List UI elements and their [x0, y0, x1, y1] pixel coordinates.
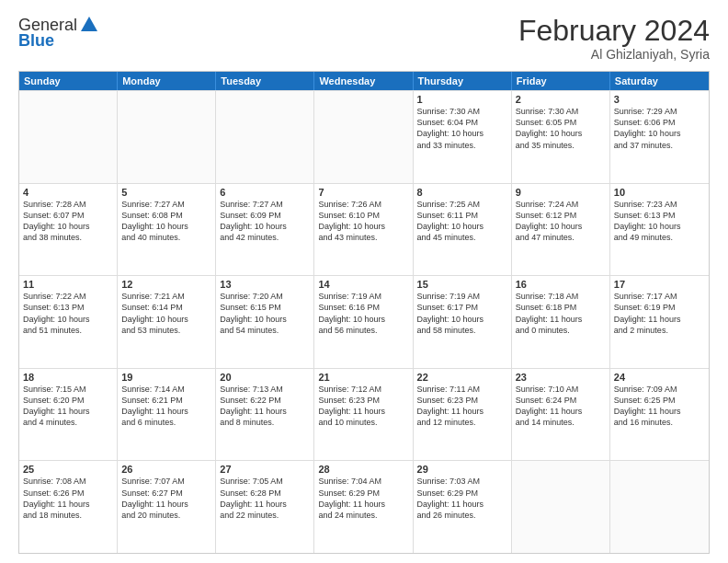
- page: General Blue February 2024 Al Ghizlaniya…: [0, 0, 728, 563]
- day-details: Sunrise: 7:08 AM Sunset: 6:26 PM Dayligh…: [23, 476, 113, 521]
- cal-cell-4-6: 23Sunrise: 7:10 AM Sunset: 6:24 PM Dayli…: [512, 369, 610, 461]
- cal-cell-4-7: 24Sunrise: 7:09 AM Sunset: 6:25 PM Dayli…: [610, 369, 709, 461]
- day-details: Sunrise: 7:27 AM Sunset: 6:08 PM Dayligh…: [121, 199, 211, 244]
- day-number: 15: [417, 279, 507, 290]
- header-tuesday: Tuesday: [216, 72, 314, 90]
- day-details: Sunrise: 7:26 AM Sunset: 6:10 PM Dayligh…: [318, 199, 408, 244]
- cal-cell-3-3: 13Sunrise: 7:20 AM Sunset: 6:15 PM Dayli…: [216, 276, 314, 368]
- day-details: Sunrise: 7:27 AM Sunset: 6:09 PM Dayligh…: [220, 199, 310, 244]
- day-number: 21: [318, 372, 408, 383]
- day-details: Sunrise: 7:14 AM Sunset: 6:21 PM Dayligh…: [121, 384, 211, 429]
- cal-cell-5-5: 29Sunrise: 7:03 AM Sunset: 6:29 PM Dayli…: [414, 461, 512, 553]
- day-number: 9: [516, 187, 606, 198]
- day-details: Sunrise: 7:15 AM Sunset: 6:20 PM Dayligh…: [23, 384, 113, 429]
- header-thursday: Thursday: [414, 72, 512, 90]
- cal-cell-1-6: 2Sunrise: 7:30 AM Sunset: 6:05 PM Daylig…: [512, 91, 610, 183]
- day-details: Sunrise: 7:24 AM Sunset: 6:12 PM Dayligh…: [516, 199, 606, 244]
- day-details: Sunrise: 7:10 AM Sunset: 6:24 PM Dayligh…: [516, 384, 606, 429]
- week-row-4: 18Sunrise: 7:15 AM Sunset: 6:20 PM Dayli…: [19, 368, 709, 461]
- cal-cell-5-2: 26Sunrise: 7:07 AM Sunset: 6:27 PM Dayli…: [118, 461, 216, 553]
- svg-marker-0: [81, 17, 97, 31]
- logo-icon: [79, 15, 99, 35]
- cal-cell-3-4: 14Sunrise: 7:19 AM Sunset: 6:16 PM Dayli…: [314, 276, 413, 368]
- cal-cell-5-7: [610, 461, 709, 553]
- day-number: 16: [516, 279, 606, 290]
- day-details: Sunrise: 7:05 AM Sunset: 6:28 PM Dayligh…: [220, 476, 310, 521]
- header-saturday: Saturday: [610, 72, 709, 90]
- cal-cell-2-1: 4Sunrise: 7:28 AM Sunset: 6:07 PM Daylig…: [19, 184, 118, 276]
- week-row-1: 1Sunrise: 7:30 AM Sunset: 6:04 PM Daylig…: [19, 90, 709, 183]
- day-number: 22: [417, 372, 507, 383]
- header-sunday: Sunday: [19, 72, 118, 90]
- day-number: 2: [516, 94, 606, 105]
- day-details: Sunrise: 7:20 AM Sunset: 6:15 PM Dayligh…: [220, 291, 310, 336]
- cal-cell-2-6: 9Sunrise: 7:24 AM Sunset: 6:12 PM Daylig…: [512, 184, 610, 276]
- cal-cell-1-3: [216, 91, 314, 183]
- day-details: Sunrise: 7:28 AM Sunset: 6:07 PM Dayligh…: [23, 199, 113, 244]
- day-number: 17: [614, 279, 705, 290]
- day-details: Sunrise: 7:22 AM Sunset: 6:13 PM Dayligh…: [23, 291, 113, 336]
- day-number: 14: [318, 279, 408, 290]
- header: General Blue February 2024 Al Ghizlaniya…: [18, 15, 710, 62]
- cal-cell-2-4: 7Sunrise: 7:26 AM Sunset: 6:10 PM Daylig…: [314, 184, 413, 276]
- day-number: 20: [220, 372, 310, 383]
- cal-cell-4-4: 21Sunrise: 7:12 AM Sunset: 6:23 PM Dayli…: [314, 369, 413, 461]
- logo-blue: Blue: [18, 31, 54, 50]
- title-block: February 2024 Al Ghizlaniyah, Syria: [518, 15, 710, 62]
- day-details: Sunrise: 7:11 AM Sunset: 6:23 PM Dayligh…: [417, 384, 507, 429]
- week-row-5: 25Sunrise: 7:08 AM Sunset: 6:26 PM Dayli…: [19, 460, 709, 553]
- day-number: 13: [220, 279, 310, 290]
- day-number: 27: [220, 464, 310, 475]
- cal-cell-2-7: 10Sunrise: 7:23 AM Sunset: 6:13 PM Dayli…: [610, 184, 709, 276]
- cal-cell-5-3: 27Sunrise: 7:05 AM Sunset: 6:28 PM Dayli…: [216, 461, 314, 553]
- cal-cell-1-5: 1Sunrise: 7:30 AM Sunset: 6:04 PM Daylig…: [414, 91, 512, 183]
- cal-cell-4-2: 19Sunrise: 7:14 AM Sunset: 6:21 PM Dayli…: [118, 369, 216, 461]
- day-details: Sunrise: 7:09 AM Sunset: 6:25 PM Dayligh…: [614, 384, 705, 429]
- calendar: Sunday Monday Tuesday Wednesday Thursday…: [18, 71, 710, 554]
- cal-cell-1-1: [19, 91, 118, 183]
- day-number: 18: [23, 372, 113, 383]
- week-row-2: 4Sunrise: 7:28 AM Sunset: 6:07 PM Daylig…: [19, 183, 709, 276]
- cal-cell-3-1: 11Sunrise: 7:22 AM Sunset: 6:13 PM Dayli…: [19, 276, 118, 368]
- day-details: Sunrise: 7:17 AM Sunset: 6:19 PM Dayligh…: [614, 291, 705, 336]
- cal-cell-3-7: 17Sunrise: 7:17 AM Sunset: 6:19 PM Dayli…: [610, 276, 709, 368]
- calendar-header: Sunday Monday Tuesday Wednesday Thursday…: [19, 72, 709, 90]
- cal-cell-5-1: 25Sunrise: 7:08 AM Sunset: 6:26 PM Dayli…: [19, 461, 118, 553]
- day-number: 8: [417, 187, 507, 198]
- day-details: Sunrise: 7:03 AM Sunset: 6:29 PM Dayligh…: [417, 476, 507, 521]
- cal-cell-2-5: 8Sunrise: 7:25 AM Sunset: 6:11 PM Daylig…: [414, 184, 512, 276]
- day-number: 29: [417, 464, 507, 475]
- cal-cell-4-1: 18Sunrise: 7:15 AM Sunset: 6:20 PM Dayli…: [19, 369, 118, 461]
- cal-cell-1-2: [118, 91, 216, 183]
- day-details: Sunrise: 7:12 AM Sunset: 6:23 PM Dayligh…: [318, 384, 408, 429]
- cal-cell-2-2: 5Sunrise: 7:27 AM Sunset: 6:08 PM Daylig…: [118, 184, 216, 276]
- day-number: 25: [23, 464, 113, 475]
- cal-cell-2-3: 6Sunrise: 7:27 AM Sunset: 6:09 PM Daylig…: [216, 184, 314, 276]
- day-number: 11: [23, 279, 113, 290]
- cal-cell-3-2: 12Sunrise: 7:21 AM Sunset: 6:14 PM Dayli…: [118, 276, 216, 368]
- cal-cell-5-4: 28Sunrise: 7:04 AM Sunset: 6:29 PM Dayli…: [314, 461, 413, 553]
- day-number: 12: [121, 279, 211, 290]
- day-details: Sunrise: 7:07 AM Sunset: 6:27 PM Dayligh…: [121, 476, 211, 521]
- day-details: Sunrise: 7:30 AM Sunset: 6:05 PM Dayligh…: [516, 106, 606, 151]
- day-number: 26: [121, 464, 211, 475]
- cal-cell-4-5: 22Sunrise: 7:11 AM Sunset: 6:23 PM Dayli…: [414, 369, 512, 461]
- cal-cell-1-7: 3Sunrise: 7:29 AM Sunset: 6:06 PM Daylig…: [610, 91, 709, 183]
- header-friday: Friday: [512, 72, 610, 90]
- day-number: 28: [318, 464, 408, 475]
- cal-cell-3-5: 15Sunrise: 7:19 AM Sunset: 6:17 PM Dayli…: [414, 276, 512, 368]
- cal-cell-4-3: 20Sunrise: 7:13 AM Sunset: 6:22 PM Dayli…: [216, 369, 314, 461]
- day-number: 5: [121, 187, 211, 198]
- day-number: 6: [220, 187, 310, 198]
- day-details: Sunrise: 7:04 AM Sunset: 6:29 PM Dayligh…: [318, 476, 408, 521]
- day-number: 4: [23, 187, 113, 198]
- day-details: Sunrise: 7:19 AM Sunset: 6:16 PM Dayligh…: [318, 291, 408, 336]
- month-title: February 2024: [518, 15, 710, 47]
- header-wednesday: Wednesday: [314, 72, 413, 90]
- logo: General Blue: [18, 15, 99, 51]
- header-monday: Monday: [118, 72, 216, 90]
- day-details: Sunrise: 7:19 AM Sunset: 6:17 PM Dayligh…: [417, 291, 507, 336]
- location: Al Ghizlaniyah, Syria: [518, 47, 710, 62]
- day-details: Sunrise: 7:18 AM Sunset: 6:18 PM Dayligh…: [516, 291, 606, 336]
- day-number: 24: [614, 372, 705, 383]
